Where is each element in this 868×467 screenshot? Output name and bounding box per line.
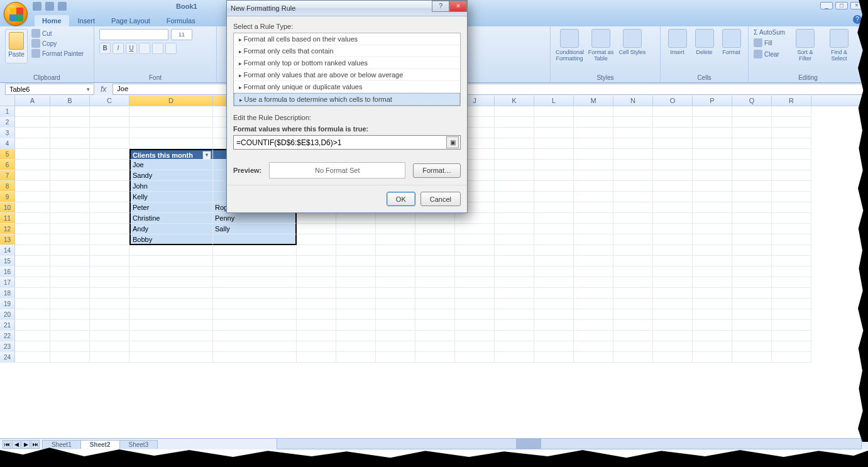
cell[interactable]	[574, 288, 613, 299]
cell[interactable]	[534, 299, 574, 309]
cell[interactable]	[376, 352, 415, 363]
cell[interactable]	[772, 234, 811, 245]
cell[interactable]	[574, 266, 613, 277]
cell[interactable]	[15, 245, 50, 256]
cell[interactable]	[534, 192, 574, 202]
cell[interactable]	[336, 288, 376, 299]
cell[interactable]	[772, 341, 811, 352]
cell[interactable]	[653, 149, 693, 160]
cell[interactable]	[732, 138, 772, 149]
cell[interactable]	[455, 299, 495, 309]
cell[interactable]	[772, 181, 811, 192]
row-header[interactable]: 21	[0, 320, 15, 331]
cell[interactable]	[129, 117, 213, 128]
cell[interactable]: Christine	[129, 213, 213, 224]
column-header[interactable]: M	[574, 96, 613, 106]
cell[interactable]	[376, 266, 415, 277]
column-header[interactable]: B	[50, 96, 90, 106]
office-button[interactable]	[4, 2, 28, 26]
cell[interactable]	[574, 352, 613, 363]
fill-color-button[interactable]	[152, 43, 163, 54]
format-table-button[interactable]: Format as Table	[587, 29, 615, 62]
row-header[interactable]: 4	[0, 138, 15, 149]
cell[interactable]	[50, 352, 90, 363]
cell[interactable]	[415, 341, 455, 352]
undo-icon[interactable]	[45, 2, 54, 11]
cell[interactable]	[495, 256, 534, 266]
cell[interactable]	[693, 138, 732, 149]
cell[interactable]	[90, 170, 129, 181]
save-icon[interactable]	[33, 2, 41, 11]
cell[interactable]	[90, 320, 129, 331]
cell[interactable]	[15, 341, 50, 352]
formula-input[interactable]: Joe	[113, 84, 864, 95]
cell[interactable]	[613, 341, 653, 352]
cell[interactable]	[613, 245, 653, 256]
cell[interactable]	[415, 277, 455, 288]
cell[interactable]	[613, 160, 653, 170]
dialog-close-button[interactable]: ×	[449, 1, 467, 12]
cell[interactable]	[574, 138, 613, 149]
cell[interactable]	[50, 138, 90, 149]
cell[interactable]	[653, 138, 693, 149]
cell[interactable]	[653, 320, 693, 331]
cell[interactable]	[613, 213, 653, 224]
cell[interactable]	[495, 309, 534, 320]
cell[interactable]	[336, 234, 376, 245]
row-header[interactable]: 5	[0, 149, 15, 160]
scroll-thumb[interactable]	[516, 439, 541, 449]
cell[interactable]	[415, 266, 455, 277]
cell[interactable]	[732, 117, 772, 128]
cell[interactable]	[732, 224, 772, 234]
italic-button[interactable]: I	[113, 43, 124, 54]
cell[interactable]	[495, 192, 534, 202]
cell[interactable]	[90, 256, 129, 266]
cell[interactable]	[772, 224, 811, 234]
cell[interactable]	[495, 170, 534, 181]
cell[interactable]	[495, 128, 534, 138]
cell[interactable]	[732, 277, 772, 288]
rule-type-item[interactable]: Format only values that are above or bel…	[234, 69, 460, 81]
cell[interactable]	[15, 149, 50, 160]
cell[interactable]	[534, 256, 574, 266]
column-header[interactable]: K	[495, 96, 534, 106]
cell[interactable]	[15, 213, 50, 224]
cell[interactable]	[693, 128, 732, 138]
cell[interactable]	[90, 309, 129, 320]
cell[interactable]	[376, 213, 415, 224]
cell[interactable]	[613, 320, 653, 331]
rule-type-item[interactable]: Format only top or bottom ranked values	[234, 57, 460, 69]
cell[interactable]	[129, 288, 213, 299]
cell[interactable]	[336, 320, 376, 331]
cell[interactable]	[653, 202, 693, 213]
cell[interactable]	[495, 331, 534, 341]
cell[interactable]	[15, 320, 50, 331]
cell[interactable]	[213, 320, 297, 331]
cell[interactable]	[772, 160, 811, 170]
cell[interactable]	[336, 277, 376, 288]
cell[interactable]	[732, 320, 772, 331]
row-header[interactable]: 8	[0, 181, 15, 192]
cell[interactable]	[534, 288, 574, 299]
cell[interactable]	[50, 224, 90, 234]
cell[interactable]	[415, 224, 455, 234]
cell[interactable]	[574, 224, 613, 234]
cell[interactable]	[495, 160, 534, 170]
cell[interactable]	[574, 331, 613, 341]
font-color-button[interactable]	[165, 43, 177, 54]
cell[interactable]	[129, 277, 213, 288]
cell[interactable]	[534, 224, 574, 234]
underline-button[interactable]: U	[126, 43, 137, 54]
cell[interactable]	[613, 256, 653, 266]
row-header[interactable]: 14	[0, 245, 15, 256]
cell[interactable]	[90, 213, 129, 224]
formula-input[interactable]	[234, 136, 446, 149]
column-header[interactable]: P	[693, 96, 732, 106]
cell[interactable]	[50, 320, 90, 331]
cell[interactable]	[455, 331, 495, 341]
format-button[interactable]: Format…	[413, 163, 461, 178]
cell[interactable]	[693, 309, 732, 320]
cell[interactable]	[693, 320, 732, 331]
row-header[interactable]: 13	[0, 234, 15, 245]
cell[interactable]	[336, 341, 376, 352]
